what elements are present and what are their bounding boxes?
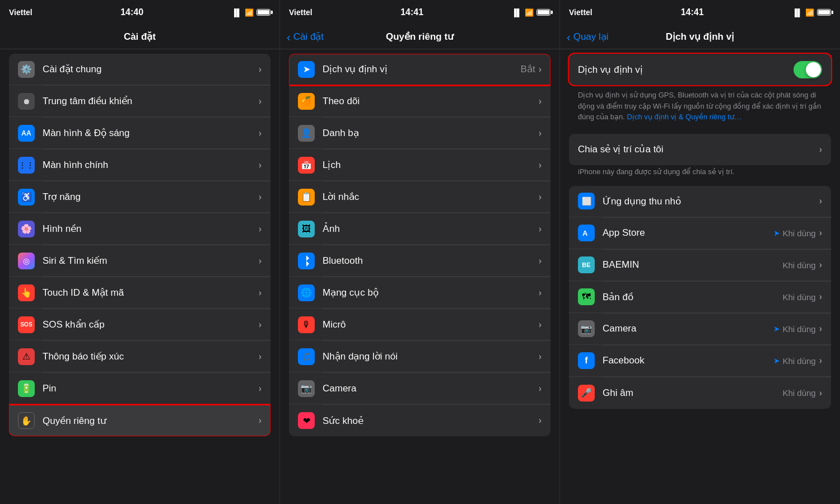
item-tro-nang[interactable]: ♿ Trợ năng › (9, 181, 270, 213)
label-touch-id: Touch ID & Mật mã (43, 287, 259, 298)
label-ghi-am: Ghi âm (603, 388, 782, 399)
chevron-tro-nang: › (259, 192, 262, 202)
item-man-hinh-do-sang[interactable]: AA Màn hình & Độ sáng › (9, 118, 270, 149)
item-suc-khoe[interactable]: ❤ Sức khoẻ › (289, 405, 550, 436)
location-toggle-row: Dịch vụ định vị (569, 54, 831, 85)
item-cai-dat-chung[interactable]: ⚙️ Cài đặt chung › (9, 54, 270, 85)
value-baemin: Khi dùng (782, 260, 815, 270)
app-baemin[interactable]: BE BAEMIN Khi dùng › (569, 250, 831, 281)
label-ung-dung-thu-nho: Ứng dụng thu nhỏ (603, 195, 819, 207)
panel2-title: Quyền riêng tư (386, 31, 454, 43)
label-camera: Camera (323, 383, 539, 394)
item-touch-id[interactable]: 👆 Touch ID & Mật mã › (9, 277, 270, 309)
chevron-sos: › (259, 320, 262, 330)
label-theo-doi: Theo dõi (323, 96, 539, 107)
item-man-hinh-chinh[interactable]: ⋮⋮ Màn hình chính › (9, 150, 270, 181)
panel1-list: ⚙️ Cài đặt chung › ⏺ Trung tâm điều khiể… (9, 54, 270, 436)
app-camera[interactable]: 📷 Camera ➤ Khi dùng › (569, 314, 831, 345)
nav-bar-1: Cài đặt (0, 25, 279, 49)
label-baemin: BAEMIN (603, 259, 782, 270)
apps-list: ⬜ Ứng dụng thu nhỏ › A App Store ➤ Khi d… (569, 186, 831, 409)
chevron-micro: › (539, 320, 542, 330)
icon-sos: SOS (18, 316, 35, 333)
icon-ban-do: 🗺 (578, 288, 595, 305)
icon-facebook: f (578, 352, 595, 369)
item-theo-doi[interactable]: 🍊 Theo dõi › (289, 86, 550, 117)
icon-lich: 📅 (298, 157, 315, 174)
chevron-cai-dat-chung: › (259, 64, 262, 74)
chevron-touch-id: › (259, 288, 262, 298)
wifi-icon-1: 📶 (245, 8, 254, 17)
location-toggle-label: Dịch vụ định vị (578, 64, 794, 76)
app-ghi-am[interactable]: 🎤 Ghi âm Khi dùng › (569, 377, 831, 409)
item-hinh-nen[interactable]: 🌸 Hình nền › (9, 213, 270, 245)
icon-micro: 🎙 (298, 316, 315, 333)
panel-location: Viettel 14:41 ▐▌ 📶 ‹ Quay lại Dịch vụ đị… (560, 0, 840, 504)
icon-camera-app: 📷 (578, 320, 595, 337)
icon-cai-dat-chung: ⚙️ (18, 61, 35, 78)
chevron-back-icon-3: ‹ (567, 31, 571, 43)
back-button-3[interactable]: ‹ Quay lại (567, 31, 609, 43)
icon-anh: 🖼 (298, 221, 315, 237)
chevron-danh-ba: › (539, 128, 542, 138)
icon-camera: 📷 (298, 380, 315, 397)
chevron-theo-doi: › (539, 96, 542, 106)
item-camera[interactable]: 📷 Camera › (289, 373, 550, 404)
icon-quyen-rieng-tu: ✋ (18, 412, 35, 429)
chevron-anh: › (539, 224, 542, 234)
item-anh[interactable]: 🖼 Ảnh › (289, 213, 550, 245)
item-mang-cuc-bo[interactable]: 🌐 Mạng cục bộ › (289, 277, 550, 309)
icon-tro-nang: ♿ (18, 189, 35, 206)
item-dich-vu-dinh-vi[interactable]: ➤ Dịch vụ định vị Bắt › (289, 54, 550, 85)
item-thong-bao[interactable]: ⚠ Thông báo tiếp xúc › (9, 341, 270, 372)
panel-settings: Viettel 14:40 ▐▌ 📶 Cài đặt ⚙️ Cài đặt ch… (0, 0, 280, 504)
item-danh-ba[interactable]: 👤 Danh bạ › (289, 118, 550, 149)
item-pin[interactable]: 🔋 Pin › (9, 373, 270, 404)
chevron-lich: › (539, 160, 542, 170)
panel2-scroll[interactable]: ➤ Dịch vụ định vị Bắt › 🍊 Theo dõi › 👤 D… (280, 49, 559, 504)
battery-3 (817, 9, 831, 16)
signal-icon-2: ▐▌ (512, 8, 522, 17)
label-bluetooth: Bluetooth (323, 255, 539, 267)
item-sos[interactable]: SOS SOS khẩn cấp › (9, 309, 270, 340)
icon-trung-tam: ⏺ (18, 93, 35, 110)
panel1-scroll[interactable]: ⚙️ Cài đặt chung › ⏺ Trung tâm điều khiể… (0, 49, 279, 504)
share-location-row[interactable]: Chia sẻ vị trí của tôi › (569, 134, 831, 165)
item-loi-nhac[interactable]: 📋 Lời nhắc › (289, 181, 550, 213)
label-anh: Ảnh (323, 223, 539, 235)
item-bluetooth[interactable]: Bluetooth › (289, 245, 550, 277)
label-trung-tam: Trung tâm điều khiển (43, 95, 259, 107)
item-siri[interactable]: ◎ Siri & Tìm kiếm › (9, 245, 270, 277)
label-loi-nhac: Lời nhắc (323, 191, 539, 203)
item-quyen-rieng-tu[interactable]: ✋ Quyền riêng tư › (9, 405, 270, 436)
privacy-link[interactable]: Dịch vụ định vị & Quyền riêng tư… (627, 113, 741, 121)
badge-camera: ➤ Khi dùng (773, 324, 819, 334)
svg-text:A: A (582, 229, 588, 237)
label-app-store: App Store (603, 227, 773, 239)
location-icon-camera: ➤ (773, 324, 780, 333)
label-sos: SOS khẩn cấp (43, 319, 259, 330)
label-mang-cuc-bo: Mạng cục bộ (323, 287, 539, 298)
label-quyen-rieng-tu: Quyền riêng tư (43, 415, 259, 427)
label-lich: Lịch (323, 159, 539, 171)
app-app-store[interactable]: A App Store ➤ Khi dùng › (569, 218, 831, 249)
item-micro[interactable]: 🎙 Micrô › (289, 309, 550, 340)
item-nhan-dang[interactable]: 🎵 Nhận dạng lời nói › (289, 341, 550, 372)
chevron-siri: › (259, 256, 262, 266)
back-button-2[interactable]: ‹ Cài đặt (287, 31, 324, 43)
item-trung-tam[interactable]: ⏺ Trung tâm điều khiển › (9, 86, 270, 117)
item-lich[interactable]: 📅 Lịch › (289, 150, 550, 181)
nav-bar-3: ‹ Quay lại Dịch vụ định vị (560, 25, 840, 49)
chevron-nhan-dang: › (539, 352, 542, 362)
chevron-ban-do: › (819, 292, 822, 302)
app-facebook[interactable]: f Facebook ➤ Khi dùng › (569, 346, 831, 377)
panel3-scroll[interactable]: Dịch vụ định vị Dịch vụ định vị sử dụng … (560, 49, 840, 504)
battery-2 (536, 9, 550, 16)
back-label-2: Cài đặt (293, 31, 324, 43)
location-toggle[interactable] (794, 61, 822, 78)
app-ung-dung-thu-nho[interactable]: ⬜ Ứng dụng thu nhỏ › (569, 186, 831, 217)
app-ban-do[interactable]: 🗺 Bản đồ Khi dùng › (569, 282, 831, 313)
icon-ung-dung-thu-nho: ⬜ (578, 193, 595, 209)
label-micro: Micrô (323, 319, 539, 330)
chevron-camera: › (539, 384, 542, 394)
